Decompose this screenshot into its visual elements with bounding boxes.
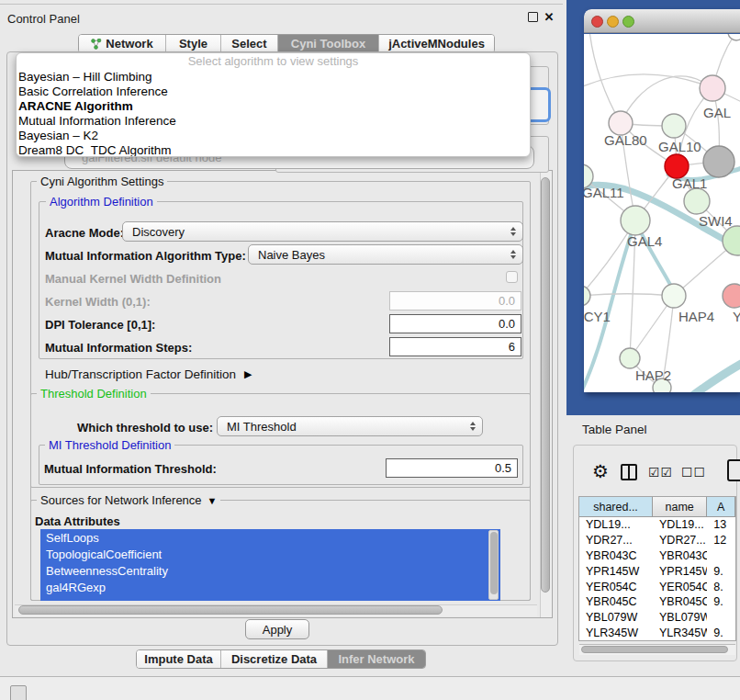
settings-vertical-scrollbar-thumb[interactable] bbox=[541, 177, 550, 593]
control-panel-title: Control Panel bbox=[7, 9, 80, 28]
minimize-window-button[interactable] bbox=[607, 16, 619, 28]
table-cell: YBL079W bbox=[579, 610, 653, 626]
table-cell: YDL19... bbox=[653, 517, 707, 533]
tab-jactivemnodules[interactable]: jActiveMNodules bbox=[379, 35, 494, 52]
table-row[interactable]: YLR345WYLR345W9. bbox=[579, 626, 735, 641]
combo-arrows-icon bbox=[470, 422, 476, 431]
mi-steps-field[interactable]: 6 bbox=[389, 337, 521, 356]
dock-panel-icon[interactable] bbox=[10, 685, 27, 700]
float-panel-icon[interactable] bbox=[528, 12, 538, 22]
data-attribute-item[interactable]: SelfLoops bbox=[40, 529, 500, 546]
table-horizontal-scrollbar-thumb[interactable] bbox=[581, 646, 728, 653]
collapsed-arrow-icon: ▶ bbox=[244, 368, 252, 380]
network-node[interactable] bbox=[621, 206, 650, 235]
mi-threshold-field[interactable]: 0.5 bbox=[386, 458, 518, 478]
table-cell: YDR27... bbox=[579, 533, 653, 548]
table-cell: YDL19... bbox=[579, 517, 653, 533]
which-threshold-label: Which threshold to use: bbox=[77, 421, 213, 435]
network-node[interactable] bbox=[684, 188, 710, 214]
network-canvas[interactable]: GALGAL80GAL10GAL1GAL11SWI4GAL4GCY1HAP4YH… bbox=[584, 34, 740, 392]
network-node[interactable] bbox=[620, 348, 640, 368]
tab-cyni-toolbox[interactable]: Cyni Toolbox bbox=[278, 35, 379, 52]
table-cell: YDR27... bbox=[653, 533, 707, 548]
network-edge-highlighted bbox=[692, 356, 740, 392]
select-all-columns-icon[interactable]: ☑☑ bbox=[648, 465, 673, 480]
table-cell bbox=[707, 548, 735, 564]
tab-infer-network[interactable]: Infer Network bbox=[328, 650, 425, 668]
which-threshold-combo[interactable]: MI Threshold bbox=[217, 416, 483, 436]
zoom-window-button[interactable] bbox=[622, 16, 634, 28]
combo-arrows-icon bbox=[510, 250, 516, 259]
table-row[interactable]: YIL052CYIL052C9 bbox=[579, 640, 735, 641]
manual-kernel-checkbox[interactable] bbox=[506, 271, 518, 283]
table-row[interactable]: YPR145WYPR145W9. bbox=[579, 563, 735, 579]
close-window-button[interactable] bbox=[591, 16, 603, 28]
table-row[interactable]: YDL19...YDL19...13 bbox=[579, 517, 735, 533]
apply-button[interactable]: Apply bbox=[245, 619, 309, 639]
table-panel-title: Table Panel bbox=[582, 423, 647, 436]
panel-top-border bbox=[0, 4, 563, 5]
attributes-scrollbar-thumb[interactable] bbox=[490, 532, 498, 594]
data-attribute-item[interactable]: gal4RGexp bbox=[40, 579, 500, 595]
gear-icon[interactable]: ⚙ bbox=[592, 461, 609, 481]
tab-network[interactable]: Network bbox=[79, 35, 166, 52]
network-node[interactable] bbox=[584, 286, 590, 306]
data-attribute-item[interactable]: BetweennessCentrality bbox=[40, 562, 500, 579]
network-node[interactable] bbox=[662, 114, 686, 138]
table-row[interactable]: YBR043CYBR043C bbox=[579, 548, 735, 564]
deselect-all-columns-icon[interactable]: ☐☐ bbox=[681, 465, 706, 480]
node-label: GAL bbox=[703, 105, 731, 120]
network-node[interactable] bbox=[662, 284, 686, 308]
tab-impute-data[interactable]: Impute Data bbox=[137, 650, 221, 668]
table-cell: YBL079W bbox=[653, 610, 707, 626]
table-row[interactable]: YBR045CYBR045C9. bbox=[579, 594, 735, 610]
tab-select[interactable]: Select bbox=[221, 35, 278, 52]
tab-style[interactable]: Style bbox=[166, 35, 221, 52]
column-header[interactable]: A bbox=[707, 497, 735, 516]
table-cell: 13 bbox=[707, 517, 735, 533]
column-header[interactable]: name bbox=[653, 497, 707, 516]
table-cell: YPR145W bbox=[653, 563, 707, 579]
function-builder-icon[interactable] bbox=[727, 459, 740, 481]
network-node[interactable] bbox=[723, 284, 740, 308]
algorithm-popup-placeholder: Select algorithm to view settings bbox=[17, 53, 530, 69]
data-attribute-item[interactable]: TopologicalCoefficient bbox=[40, 546, 500, 562]
algorithm-popup-item[interactable]: Mutual Information Inference bbox=[17, 113, 530, 128]
data-attributes-list: SelfLoopsTopologicalCoefficientBetweenne… bbox=[40, 529, 500, 601]
column-header[interactable]: shared... bbox=[579, 497, 653, 516]
app-root: Control Panel ✕ Network Style Select Cyn… bbox=[0, 0, 740, 700]
mi-type-combo[interactable]: Naive Bayes bbox=[248, 244, 523, 265]
aracne-mode-combo[interactable]: Discovery bbox=[122, 221, 523, 242]
close-icon[interactable]: ✕ bbox=[543, 9, 555, 24]
table-row[interactable]: YER054CYER054C8. bbox=[579, 579, 735, 594]
kernel-width-field[interactable]: 0.0 bbox=[389, 291, 521, 310]
hub-definition-toggle[interactable]: Hub/Transcription Factor Definition ▶ bbox=[45, 367, 252, 381]
sources-toggle[interactable]: Sources for Network Inference ▼ bbox=[37, 493, 220, 507]
network-window-titlebar[interactable] bbox=[584, 9, 740, 33]
node-label: GCY1 bbox=[584, 309, 611, 324]
columns-icon[interactable] bbox=[621, 464, 637, 480]
tab-discretize-data[interactable]: Discretize Data bbox=[221, 650, 328, 668]
network-node[interactable] bbox=[703, 146, 734, 177]
network-node[interactable] bbox=[728, 34, 740, 40]
table-row[interactable]: YDR27...YDR27...12 bbox=[579, 533, 735, 548]
table-cell: YIL052C bbox=[653, 640, 707, 641]
network-desktop: GALGAL80GAL10GAL1GAL11SWI4GAL4GCY1HAP4YH… bbox=[566, 0, 740, 415]
algorithm-popup-item[interactable]: Basic Correlation Inference bbox=[17, 84, 530, 98]
dpi-tolerance-field[interactable]: 0.0 bbox=[389, 314, 521, 333]
table-cell: 9. bbox=[707, 626, 735, 641]
algorithm-popup-item[interactable]: Bayesian – K2 bbox=[17, 128, 530, 142]
mi-type-label: Mutual Information Algorithm Type: bbox=[45, 249, 246, 263]
algorithm-popup-list: Bayesian – Hill ClimbingBasic Correlatio… bbox=[17, 69, 530, 157]
algorithm-popup-item[interactable]: ARACNE Algorithm bbox=[17, 98, 530, 113]
table-row[interactable]: YBL079WYBL079W bbox=[579, 610, 735, 626]
algorithm-popup-item[interactable]: Bayesian – Hill Climbing bbox=[17, 69, 530, 84]
table-cell: 9. bbox=[707, 594, 735, 610]
algorithm-popup-item[interactable]: Dream8 DC_TDC Algorithm bbox=[17, 142, 530, 157]
settings-horizontal-scrollbar-thumb[interactable] bbox=[18, 605, 443, 615]
network-window: GALGAL80GAL10GAL1GAL11SWI4GAL4GCY1HAP4YH… bbox=[584, 9, 740, 392]
network-node[interactable] bbox=[700, 75, 725, 101]
table-cell: YER054C bbox=[579, 579, 653, 594]
node-label: GAL1 bbox=[672, 175, 707, 191]
node-label: GAL4 bbox=[627, 233, 662, 249]
